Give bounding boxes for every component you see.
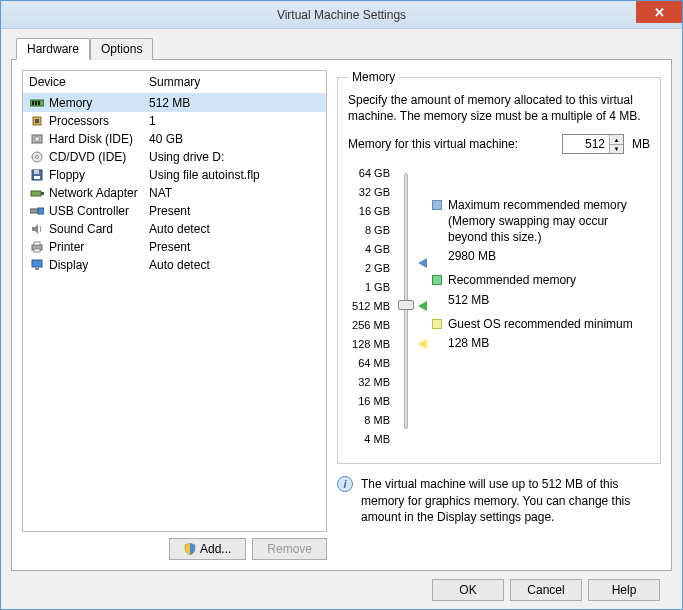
device-row[interactable]: Sound CardAuto detect [23, 220, 326, 238]
info-icon: i [337, 476, 353, 492]
printer-icon [29, 240, 45, 254]
device-name: USB Controller [49, 204, 149, 218]
svg-rect-1 [32, 101, 34, 105]
ok-button[interactable]: OK [432, 579, 504, 601]
device-row[interactable]: DisplayAuto detect [23, 256, 326, 274]
tick-label: 256 MB [352, 320, 390, 339]
tick-label: 64 GB [359, 168, 390, 187]
cd-icon [29, 150, 45, 164]
header-device: Device [29, 75, 149, 89]
marker-rec-icon [418, 301, 427, 311]
close-button[interactable]: ✕ [636, 1, 682, 23]
svg-point-9 [36, 156, 39, 159]
tick-label: 16 MB [358, 396, 390, 415]
marker-max-icon [418, 258, 427, 268]
device-row[interactable]: Memory512 MB [23, 94, 326, 112]
tick-label: 2 GB [365, 263, 390, 282]
header-summary: Summary [149, 75, 200, 89]
device-summary: Present [149, 204, 320, 218]
tick-labels: 64 GB32 GB16 GB8 GB4 GB2 GB1 GB512 MB256… [348, 168, 390, 453]
device-summary: Using file autoinst.flp [149, 168, 320, 182]
device-rows: Memory512 MBProcessors1Hard Disk (IDE)40… [23, 94, 326, 274]
vm-settings-window: Virtual Machine Settings ✕ Hardware Opti… [0, 0, 683, 610]
display-icon [29, 258, 45, 272]
memory-spinbox[interactable]: ▲ ▼ [562, 134, 624, 154]
cancel-button[interactable]: Cancel [510, 579, 582, 601]
memory-input-row: Memory for this virtual machine: ▲ ▼ MB [348, 134, 650, 154]
titlebar: Virtual Machine Settings ✕ [1, 1, 682, 29]
legend-max: Maximum recommended memory (Memory swapp… [432, 198, 650, 245]
svg-rect-2 [35, 101, 37, 105]
right-pane: Memory Specify the amount of memory allo… [337, 70, 661, 560]
cpu-icon [29, 114, 45, 128]
device-summary: Present [149, 240, 320, 254]
legend-min: Guest OS recommended minimum [432, 317, 650, 333]
device-summary: Auto detect [149, 222, 320, 236]
memory-slider-area: 64 GB32 GB16 GB8 GB4 GB2 GB1 GB512 MB256… [348, 168, 650, 453]
svg-rect-20 [32, 260, 42, 267]
svg-rect-14 [41, 192, 44, 195]
device-name: Floppy [49, 168, 149, 182]
tick-label: 4 GB [365, 244, 390, 263]
tab-hardware[interactable]: Hardware [16, 38, 90, 60]
device-summary: Auto detect [149, 258, 320, 272]
device-name: Processors [49, 114, 149, 128]
tick-label: 128 MB [352, 339, 390, 358]
content-area: Hardware Options Device Summary Memory51… [1, 29, 682, 610]
device-summary: 1 [149, 114, 320, 128]
svg-rect-12 [34, 176, 40, 179]
add-button[interactable]: Add... [169, 538, 246, 560]
square-green-icon [432, 275, 442, 285]
memory-slider[interactable] [396, 168, 416, 434]
tick-label: 8 GB [365, 225, 390, 244]
device-row[interactable]: FloppyUsing file autoinst.flp [23, 166, 326, 184]
memory-legend: Memory [348, 70, 399, 84]
device-row[interactable]: Processors1 [23, 112, 326, 130]
window-title: Virtual Machine Settings [277, 8, 406, 22]
usb-icon [29, 204, 45, 218]
device-name: Network Adapter [49, 186, 149, 200]
memory-groupbox: Memory Specify the amount of memory allo… [337, 70, 661, 464]
tick-label: 4 MB [364, 434, 390, 453]
device-buttons: Add... Remove [22, 538, 327, 560]
svg-rect-19 [34, 249, 40, 252]
svg-rect-21 [35, 268, 39, 270]
device-row[interactable]: USB ControllerPresent [23, 202, 326, 220]
memory-input[interactable] [563, 135, 609, 153]
tick-label: 32 MB [358, 377, 390, 396]
marker-min-icon [418, 339, 427, 349]
square-blue-icon [432, 200, 442, 210]
device-name: Memory [49, 96, 149, 110]
tab-options[interactable]: Options [90, 38, 153, 60]
help-button[interactable]: Help [588, 579, 660, 601]
info-text: The virtual machine will use up to 512 M… [361, 476, 661, 525]
device-list: Device Summary Memory512 MBProcessors1Ha… [22, 70, 327, 532]
device-summary: Using drive D: [149, 150, 320, 164]
memory-description: Specify the amount of memory allocated t… [348, 92, 650, 124]
spin-up-icon[interactable]: ▲ [610, 135, 623, 145]
device-row[interactable]: PrinterPresent [23, 238, 326, 256]
legend-rec-value: 512 MB [448, 293, 650, 307]
device-row[interactable]: Network AdapterNAT [23, 184, 326, 202]
device-summary: 40 GB [149, 132, 320, 146]
legend-rec: Recommended memory [432, 273, 650, 289]
left-pane: Device Summary Memory512 MBProcessors1Ha… [22, 70, 327, 560]
spin-down-icon[interactable]: ▼ [610, 145, 623, 154]
info-row: i The virtual machine will use up to 512… [337, 476, 661, 525]
memory-input-label: Memory for this virtual machine: [348, 137, 518, 151]
slider-thumb[interactable] [398, 300, 414, 310]
network-icon [29, 186, 45, 200]
square-yellow-icon [432, 319, 442, 329]
svg-rect-3 [38, 101, 40, 105]
device-name: Sound Card [49, 222, 149, 236]
memory-unit: MB [632, 137, 650, 151]
device-row[interactable]: CD/DVD (IDE)Using drive D: [23, 148, 326, 166]
tick-label: 512 MB [352, 301, 390, 320]
device-row[interactable]: Hard Disk (IDE)40 GB [23, 130, 326, 148]
remove-button: Remove [252, 538, 327, 560]
device-name: Hard Disk (IDE) [49, 132, 149, 146]
device-name: Printer [49, 240, 149, 254]
device-name: CD/DVD (IDE) [49, 150, 149, 164]
svg-rect-18 [34, 242, 40, 245]
device-summary: 512 MB [149, 96, 320, 110]
